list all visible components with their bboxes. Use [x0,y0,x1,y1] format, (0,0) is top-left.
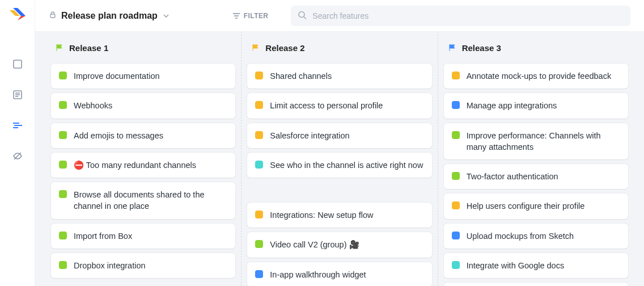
status-dot [255,240,263,248]
status-dot [255,161,263,169]
feature-title: Integrate with Google docs [467,260,565,271]
feature-card[interactable]: ⛔ Too many redundant channels [51,153,235,178]
feature-card[interactable]: Video call V2 (group) 🎥 [247,232,431,257]
left-rail [0,0,35,286]
hidden-icon[interactable] [12,151,23,161]
feature-title: Dropbox integration [74,260,146,271]
filter-label: FILTER [244,12,269,20]
feature-title: ⛔ Too many redundant channels [74,159,196,171]
dashboard-icon[interactable] [12,59,23,69]
status-dot [452,261,460,269]
column: Release 3Annotate mock-ups to provide fe… [438,32,634,286]
status-dot [255,211,263,218]
flag-icon [252,44,260,52]
list-icon[interactable] [12,90,23,100]
feature-card[interactable]: Limit access to personal profile [247,93,431,118]
feature-card[interactable]: Help users configure their profile [444,194,628,218]
feature-title: Two-factor authentication [467,171,558,182]
status-dot [255,270,263,278]
feature-card[interactable]: Upload mockups from Sketch [444,224,628,249]
feature-title: Webhooks [74,100,112,111]
search-icon [298,10,307,21]
feature-title: Manage app integrations [467,100,557,111]
feature-title: Improve performance: Channels with many … [467,130,620,153]
flag-icon [448,44,456,52]
feature-title: See who in the channel is active right n… [270,159,423,171]
status-dot [255,72,263,79]
feature-card[interactable]: Dropbox integration [51,253,235,278]
column: Release 2Shared channelsLimit access to … [242,32,438,286]
status-dot [59,190,67,198]
card-list: Improve documentationWebhooksAdd emojis … [51,64,235,278]
column-title: Release 2 [265,43,304,53]
roadmap-icon[interactable] [12,120,23,131]
card-list: Annotate mock-ups to provide feedbackMan… [444,64,628,286]
status-dot [452,172,460,180]
feature-card[interactable]: Integrations: New setup flow [247,203,431,228]
column-header[interactable]: Release 2 [247,32,431,64]
app-logo [10,8,26,20]
feature-card[interactable]: In-app walkthrough widget [247,262,431,286]
status-dot [59,72,67,79]
feature-title: Upload mockups from Sketch [467,230,574,242]
feature-title: Limit access to personal profile [270,100,383,111]
search-input[interactable] [291,6,630,26]
feature-card[interactable]: Improve performance: Channels with many … [444,123,628,160]
status-dot [452,72,460,79]
feature-title: Salesforce integration [270,130,349,141]
card-gap [247,182,431,198]
svg-line-17 [304,16,306,19]
feature-title: Add emojis to messages [74,130,163,141]
svg-rect-12 [50,14,55,18]
topbar: Release plan roadmap FILTER [35,0,644,32]
column-header[interactable]: Release 3 [444,32,628,64]
card-list: Shared channelsLimit access to personal … [247,64,431,286]
status-dot [452,131,460,139]
column: Release 1Improve documentationWebhooksAd… [45,32,242,286]
feature-title: Improve documentation [74,70,160,82]
feature-title: In-app walkthrough widget [270,269,366,280]
feature-title: Annotate mock-ups to provide feedback [467,70,612,82]
feature-card[interactable]: Easier user provisioning [444,283,628,286]
feature-card[interactable]: Add emojis to messages [51,123,235,148]
page-title: Release plan roadmap [61,11,158,21]
caret-down-icon [163,11,169,20]
feature-title: Browse all documents shared to the chann… [74,189,227,212]
feature-title: Video call V2 (group) 🎥 [270,239,359,250]
feature-card[interactable]: See who in the channel is active right n… [247,153,431,178]
status-dot [452,232,460,239]
svg-rect-3 [14,60,22,68]
feature-title: Import from Box [74,230,132,242]
feature-card[interactable]: Integrate with Google docs [444,253,628,278]
feature-card[interactable]: Improve documentation [51,64,235,89]
status-dot [255,131,263,139]
filter-button[interactable]: FILTER [232,12,269,20]
page-title-wrap[interactable]: Release plan roadmap [49,11,169,21]
feature-card[interactable]: Annotate mock-ups to provide feedback [444,64,628,89]
feature-card[interactable]: Salesforce integration [247,123,431,148]
status-dot [59,131,67,139]
status-dot [59,101,67,109]
board: Release 1Improve documentationWebhooksAd… [35,32,644,286]
status-dot [452,201,460,209]
feature-card[interactable]: Import from Box [51,224,235,249]
feature-card[interactable]: Webhooks [51,93,235,118]
column-title: Release 3 [462,43,501,53]
feature-card[interactable]: Manage app integrations [444,93,628,118]
feature-title: Help users configure their profile [467,200,585,212]
main-area: Release plan roadmap FILTER Release 1I [35,0,644,286]
status-dot [59,232,67,239]
svg-marker-2 [18,16,26,20]
feature-card[interactable]: Browse all documents shared to the chann… [51,182,235,219]
search-box [291,6,630,26]
column-header[interactable]: Release 1 [51,32,235,64]
svg-point-16 [299,11,304,17]
status-dot [59,261,67,269]
feature-card[interactable]: Two-factor authentication [444,164,628,189]
feature-title: Shared channels [270,70,332,82]
feature-card[interactable]: Shared channels [247,64,431,89]
status-dot [255,101,263,109]
flag-icon [56,44,63,52]
column-title: Release 1 [69,43,108,53]
status-dot [452,101,460,109]
